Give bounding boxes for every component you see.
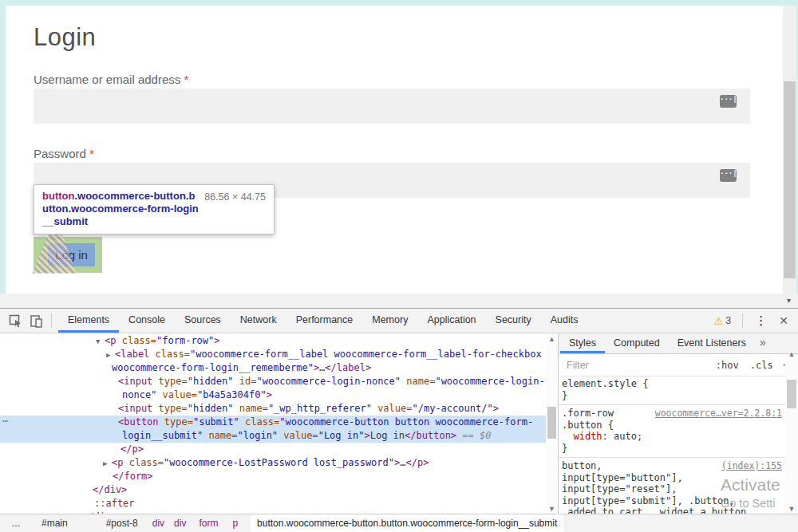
breadcrumb-item[interactable]: button.woocommerce-button.button.woocomm… bbox=[251, 514, 563, 532]
hscroll-ellipsis: … bbox=[2, 413, 8, 424]
dom-tree-node[interactable]: <button type="submit" class="woocommerce… bbox=[0, 416, 546, 429]
device-toolbar-icon[interactable] bbox=[26, 310, 46, 331]
devtools-toolbar: ElementsConsoleSourcesNetworkPerformance… bbox=[0, 309, 798, 333]
devtools-tab-application[interactable]: Application bbox=[417, 309, 485, 333]
devtools-menu-icon[interactable]: ⋮ bbox=[748, 313, 774, 328]
dom-tree-node[interactable]: ▼<p class="form-row"> bbox=[0, 334, 546, 348]
dom-tree-node[interactable]: woocommerce-form-login__rememberme">…</l… bbox=[0, 361, 546, 375]
stylesheet-source-link[interactable]: (index):155 bbox=[721, 460, 782, 472]
scroll-up-arrow-icon[interactable]: ▲ bbox=[546, 335, 558, 343]
scroll-up-arrow-icon[interactable]: ▲ bbox=[785, 350, 798, 358]
breadcrumb-item[interactable]: div bbox=[152, 518, 164, 529]
sidebar-tab-event-listeners[interactable]: Event Listeners bbox=[669, 333, 755, 353]
style-rule[interactable]: element.style {} bbox=[559, 376, 785, 405]
elements-scrollbar-thumb[interactable] bbox=[547, 407, 556, 439]
devtools-close-icon[interactable]: ✕ bbox=[774, 314, 798, 327]
stylesheet-source-link[interactable]: woocommerce…ver=2.2.8:1 bbox=[655, 408, 782, 420]
toolbar-divider bbox=[742, 313, 743, 328]
required-asterisk: * bbox=[184, 73, 188, 86]
devtools-tab-performance[interactable]: Performance bbox=[286, 309, 363, 333]
toolbar-divider bbox=[51, 313, 52, 328]
toolbar-right-cluster: ⚠ 3 ⋮ ✕ bbox=[714, 313, 798, 328]
dom-breadcrumb-bar: …#main#post-8divdivformpbutton.woocommer… bbox=[0, 514, 798, 532]
breadcrumb-item[interactable]: div bbox=[174, 518, 186, 529]
breadcrumb-item[interactable]: … bbox=[11, 518, 21, 529]
elements-scrollbar[interactable]: ▲ ▼ bbox=[546, 333, 558, 514]
dom-tree-node[interactable]: ▶<p class="woocommerce-LostPassword lost… bbox=[0, 456, 546, 470]
devtools-main: ▼<p class="form-row">▶<label class="wooc… bbox=[0, 333, 798, 514]
page-scroll-corner[interactable]: ▾ bbox=[0, 294, 798, 308]
scroll-down-arrow-icon[interactable]: ▼ bbox=[785, 505, 798, 513]
inspect-tooltip: button.woocommerce-button.button.woocomm… bbox=[34, 184, 275, 234]
page-title: Login bbox=[34, 23, 96, 52]
breadcrumb-item[interactable]: p bbox=[232, 518, 238, 529]
dom-tree-node[interactable]: </div> bbox=[0, 483, 546, 497]
devtools-tab-console[interactable]: Console bbox=[119, 309, 175, 333]
devtools-tab-sources[interactable]: Sources bbox=[175, 309, 231, 333]
page-scrollbar-thumb[interactable] bbox=[784, 81, 796, 278]
dom-tree-node[interactable]: login__submit" name="login" value="Log i… bbox=[0, 429, 546, 443]
toggle-hover-state-button[interactable]: :hov bbox=[716, 360, 739, 371]
username-label: Username or email address * bbox=[34, 73, 188, 86]
devtools-tab-elements[interactable]: Elements bbox=[58, 309, 119, 333]
styles-scrollbar-thumb[interactable] bbox=[787, 380, 796, 408]
styles-filter-row: :hov .cls + bbox=[559, 354, 798, 376]
devtools-tab-security[interactable]: Security bbox=[486, 309, 541, 333]
breadcrumb-item[interactable]: #post-8 bbox=[106, 518, 138, 529]
devtools-tab-audits[interactable]: Audits bbox=[541, 309, 588, 333]
style-rule[interactable]: woocommerce…ver=2.2.8:1.form-row.button … bbox=[559, 405, 785, 458]
dom-tree-node[interactable]: ::after bbox=[0, 497, 546, 510]
required-asterisk: * bbox=[89, 147, 94, 160]
scroll-down-arrow-icon[interactable]: ▼ bbox=[546, 505, 558, 513]
dom-tree-node[interactable]: <input type="hidden" id="woocommerce-log… bbox=[0, 375, 546, 388]
devtools-tab-network[interactable]: Network bbox=[231, 309, 286, 333]
devtools-tabs: ElementsConsoleSourcesNetworkPerformance… bbox=[58, 309, 587, 333]
styles-sidebar: StylesComputedEvent Listeners » :hov .cl… bbox=[559, 333, 798, 514]
overflow-tabs-icon[interactable]: » bbox=[755, 333, 771, 353]
dom-tree-node[interactable]: ▶<label class="woocommerce-form__label w… bbox=[0, 348, 546, 361]
page-vertical-scrollbar[interactable] bbox=[783, 6, 796, 294]
devtools-tab-memory[interactable]: Memory bbox=[362, 309, 417, 333]
elements-tree-pane: ▼<p class="form-row">▶<label class="wooc… bbox=[0, 333, 559, 514]
style-rules-list: element.style {}woocommerce…ver=2.2.8:1.… bbox=[559, 376, 785, 514]
username-input[interactable] bbox=[34, 89, 750, 124]
styles-filter-input[interactable] bbox=[559, 359, 710, 372]
sidebar-tab-styles[interactable]: Styles bbox=[560, 333, 605, 353]
toggle-classes-button[interactable]: .cls bbox=[750, 360, 773, 371]
inspect-element-icon[interactable] bbox=[5, 310, 26, 331]
inspect-tooltip-dimensions: 86.56 × 44.75 bbox=[204, 191, 266, 203]
styles-scrollbar[interactable]: ▲ ▼ bbox=[785, 354, 798, 514]
input-helper-icon[interactable]: ···| bbox=[720, 95, 737, 108]
warning-count[interactable]: 3 bbox=[725, 315, 731, 326]
warning-icon[interactable]: ⚠ bbox=[714, 315, 724, 327]
input-helper-icon[interactable]: ···| bbox=[720, 169, 737, 182]
sidebar-tabs: StylesComputedEvent Listeners » bbox=[559, 333, 798, 354]
dom-tree-node[interactable]: </p> bbox=[0, 443, 546, 456]
dom-tree: ▼<p class="form-row">▶<label class="wooc… bbox=[0, 334, 546, 514]
breadcrumb-item[interactable]: form bbox=[199, 518, 218, 529]
dom-tree-node[interactable]: nonce" value="b4a5a304f0"> bbox=[0, 388, 546, 402]
breadcrumb-item[interactable]: #main bbox=[41, 518, 68, 529]
style-rule[interactable]: (index):155button,input[type="button"],i… bbox=[559, 458, 785, 514]
dom-tree-node[interactable]: <input type="hidden" name="_wp_http_refe… bbox=[0, 402, 546, 416]
browser-viewport: Login Username or email address * ···| P… bbox=[0, 0, 798, 308]
sidebar-tab-computed[interactable]: Computed bbox=[605, 333, 669, 353]
password-label: Password * bbox=[34, 147, 94, 160]
devtools-panel: ElementsConsoleSourcesNetworkPerformance… bbox=[0, 308, 798, 532]
dom-tree-node[interactable]: </form> bbox=[0, 470, 546, 483]
scroll-down-arrow-icon[interactable]: ▾ bbox=[787, 296, 791, 305]
